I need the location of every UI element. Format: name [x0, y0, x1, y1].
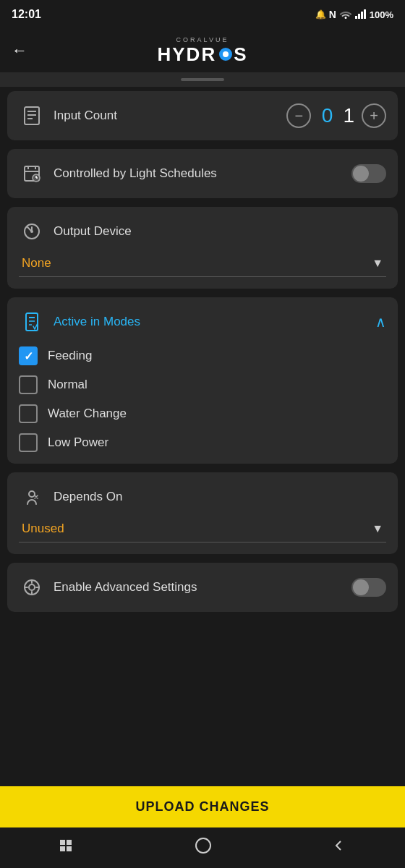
svg-point-16 — [30, 230, 33, 233]
active-modes-header-left: Active in Modes — [19, 309, 140, 335]
counter-value-blue: 0 — [318, 104, 336, 127]
output-device-row: Output Device — [19, 218, 386, 244]
mode-normal-item[interactable]: Normal — [19, 375, 386, 394]
light-schedules-label: Controlled by Light Schedules — [54, 166, 343, 181]
header: ← CORALVUE HYDR S — [0, 29, 405, 72]
advanced-settings-icon — [19, 574, 45, 600]
signal-icon — [355, 9, 367, 21]
counter-controls: − 0 1 + — [286, 103, 386, 128]
output-device-chevron-icon: ▼ — [372, 257, 383, 270]
light-schedules-card: Controlled by Light Schedules — [7, 149, 398, 198]
notification-icon: N — [329, 9, 336, 20]
status-time: 12:01 — [12, 8, 41, 21]
light-schedules-toggle[interactable] — [351, 164, 386, 183]
svg-rect-24 — [60, 840, 65, 845]
upload-button[interactable]: UPLOAD CHANGES — [0, 786, 405, 827]
input-count-card: Input Count − 0 1 + — [7, 91, 398, 140]
active-modes-header: Active in Modes ∧ — [19, 309, 386, 335]
input-count-label: Input Count — [54, 109, 278, 123]
active-modes-icon — [19, 309, 45, 335]
svg-rect-2 — [361, 12, 363, 19]
nav-menu-icon[interactable] — [59, 838, 76, 857]
scroll-bar — [181, 78, 224, 81]
active-modes-chevron-icon[interactable]: ∧ — [375, 313, 386, 331]
active-modes-card: Active in Modes ∧ Feeding Normal Water C… — [7, 297, 398, 464]
depends-on-card: Depends On Unused ▼ — [7, 472, 398, 554]
output-device-icon — [19, 218, 45, 244]
normal-checkbox[interactable] — [19, 375, 38, 394]
logo-top-text: CORALVUE — [176, 36, 229, 43]
logo-dot-icon — [219, 48, 232, 61]
normal-label: Normal — [48, 378, 88, 392]
water-change-checkbox[interactable] — [19, 404, 38, 423]
battery-status: 100% — [370, 9, 393, 20]
depends-on-row: Depends On — [19, 484, 386, 510]
output-device-value: None — [22, 256, 51, 271]
svg-rect-1 — [358, 14, 360, 19]
decrement-button[interactable]: − — [286, 103, 311, 128]
output-device-label: Output Device — [54, 224, 386, 239]
advanced-settings-card: Enable Advanced Settings — [7, 563, 398, 612]
depends-on-value: Unused — [22, 522, 64, 536]
nav-back-icon[interactable] — [331, 838, 346, 858]
svg-rect-3 — [364, 9, 366, 19]
output-device-dropdown[interactable]: None ▼ — [19, 250, 386, 277]
svg-rect-0 — [355, 16, 357, 19]
logo-text: HYDR — [157, 43, 216, 66]
svg-point-21 — [29, 491, 35, 497]
svg-rect-27 — [67, 846, 72, 851]
depends-on-dropdown[interactable]: Unused ▼ — [19, 516, 386, 542]
increment-button[interactable]: + — [362, 103, 386, 128]
logo-text-s: S — [234, 43, 247, 66]
active-modes-title: Active in Modes — [54, 315, 140, 329]
mode-water-change-item[interactable]: Water Change — [19, 404, 386, 423]
modes-list: Feeding Normal Water Change Low Power — [19, 346, 386, 452]
svg-point-28 — [196, 838, 210, 853]
alarm-icon: 🔔 — [315, 9, 326, 20]
light-schedules-icon — [19, 161, 45, 187]
input-count-icon — [19, 103, 45, 129]
feeding-checkbox[interactable] — [19, 346, 38, 365]
main-content: Input Count − 0 1 + — [0, 87, 405, 780]
advanced-settings-toggle[interactable] — [351, 578, 386, 597]
nav-bar — [0, 827, 405, 868]
mode-feeding-item[interactable]: Feeding — [19, 346, 386, 365]
low-power-label: Low Power — [48, 435, 108, 450]
counter-value-white: 1 — [343, 104, 354, 127]
wifi-icon — [339, 9, 352, 21]
svg-rect-25 — [67, 840, 72, 845]
back-button[interactable]: ← — [12, 41, 27, 60]
scroll-indicator — [0, 72, 405, 87]
output-device-card: Output Device None ▼ — [7, 207, 398, 289]
mode-low-power-item[interactable]: Low Power — [19, 433, 386, 452]
advanced-settings-label: Enable Advanced Settings — [54, 580, 343, 595]
light-schedules-row: Controlled by Light Schedules — [19, 161, 386, 187]
logo: CORALVUE HYDR S — [157, 36, 247, 66]
svg-point-23 — [29, 584, 35, 590]
input-count-row: Input Count − 0 1 + — [19, 103, 386, 129]
depends-on-label: Depends On — [54, 490, 386, 504]
nav-home-icon[interactable] — [194, 836, 213, 859]
advanced-settings-row: Enable Advanced Settings — [19, 574, 386, 600]
depends-on-icon — [19, 484, 45, 510]
low-power-checkbox[interactable] — [19, 433, 38, 452]
depends-on-chevron-icon: ▼ — [372, 522, 383, 535]
water-change-label: Water Change — [48, 407, 127, 421]
status-icons: 🔔 N 100% — [315, 9, 393, 21]
feeding-label: Feeding — [48, 349, 92, 363]
svg-rect-26 — [60, 846, 65, 851]
status-bar: 12:01 🔔 N 100% — [0, 0, 405, 29]
logo-main: HYDR S — [157, 43, 247, 66]
